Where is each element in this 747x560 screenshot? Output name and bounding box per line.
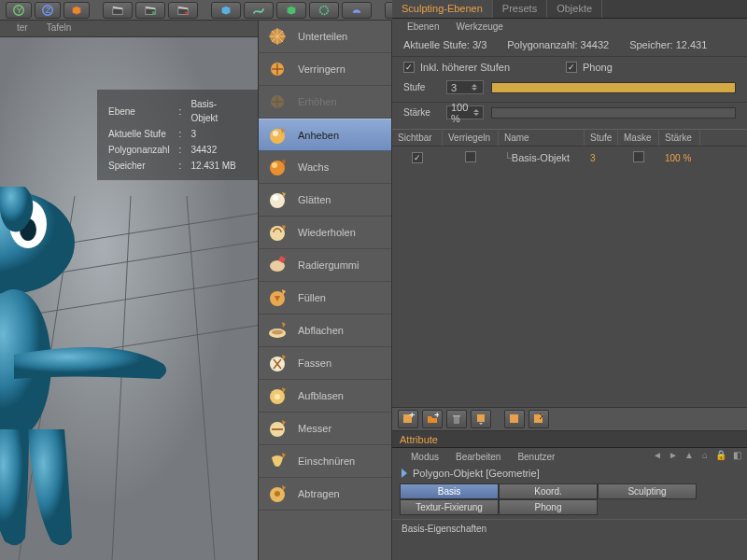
svg-text:+: +	[434, 413, 439, 420]
attr-bearbeiten[interactable]: Bearbeiten	[456, 452, 500, 462]
pbtn-basis[interactable]: Basis	[400, 483, 499, 499]
svg-rect-58	[477, 414, 485, 422]
svg-point-38	[272, 162, 277, 168]
stufe-slider[interactable]	[491, 82, 736, 93]
merge-down-button[interactable]	[471, 410, 491, 428]
staerke-label: Stärke	[403, 107, 439, 118]
pbtn-sculpting[interactable]: Sculpting	[598, 483, 697, 499]
svg-point-36	[273, 131, 278, 136]
attr-benutzer[interactable]: Benutzer	[517, 452, 555, 462]
add-layer-button[interactable]: +	[398, 410, 418, 428]
nav-pin-icon[interactable]: ◧	[730, 450, 743, 463]
triangle-icon	[402, 469, 407, 478]
svg-text:Y: Y	[16, 4, 22, 14]
nav-next-icon[interactable]: ►	[667, 450, 680, 463]
svg-point-46	[272, 330, 283, 335]
clapper2-button[interactable]	[135, 2, 165, 19]
svg-point-49	[275, 394, 280, 399]
tab-objekte[interactable]: Objekte	[547, 0, 602, 18]
attr-modus[interactable]: Modus	[411, 452, 439, 462]
right-subtabs: Ebenen Werkzeuge	[392, 19, 747, 35]
tool-anheben[interactable]: Anheben	[259, 119, 391, 151]
lock-checkbox[interactable]	[465, 151, 476, 162]
staerke-field[interactable]: 100 %	[446, 105, 484, 119]
section-basis-eigenschaften: Basis-Eigenschaften	[392, 519, 747, 538]
object-row[interactable]: Polygon-Objekt [Geometrie]	[392, 465, 747, 482]
axis-z-button[interactable]: Z	[35, 2, 61, 19]
visible-checkbox[interactable]: ✓	[412, 152, 423, 163]
tool-icon	[266, 91, 289, 113]
tool-einschnüren[interactable]: Einschnüren	[259, 445, 391, 478]
character-mesh	[0, 187, 168, 560]
prim-cube-button[interactable]	[211, 2, 241, 19]
clapper3-button[interactable]	[168, 2, 198, 19]
svg-point-40	[273, 195, 278, 201]
delete-button[interactable]	[446, 410, 467, 428]
toggle2-button[interactable]	[529, 410, 549, 428]
nav-home-icon[interactable]: ⌂	[698, 450, 712, 463]
tool-abflachen[interactable]: Abflachen	[259, 315, 391, 347]
axis-y-button[interactable]: Y	[6, 2, 32, 19]
tool-abtragen[interactable]: Abtragen	[259, 478, 391, 511]
tool-radiergummi[interactable]: Radiergummi	[259, 249, 391, 282]
attribute-panel: Attribute Modus Bearbeiten Benutzer ◄ ► …	[392, 431, 747, 560]
chk-phong[interactable]: ✓Phong	[566, 62, 613, 73]
tool-messer[interactable]: Messer	[259, 413, 391, 445]
staerke-slider[interactable]	[491, 107, 736, 119]
tool-wiederholen[interactable]: Wiederholen	[259, 217, 391, 249]
chk-inkl-stufen[interactable]: ✓Inkl. höherer Stufen	[403, 62, 510, 73]
svg-rect-4	[113, 8, 123, 14]
tab-presets[interactable]: Presets	[493, 0, 547, 18]
toggle1-button[interactable]	[504, 410, 525, 428]
svg-point-37	[270, 161, 285, 175]
subtab-ebenen[interactable]: Ebenen	[407, 19, 439, 35]
svg-point-9	[320, 6, 329, 14]
pbtn-phong[interactable]: Phong	[499, 499, 598, 515]
tab-sculpting-ebenen[interactable]: Sculpting-Ebenen	[392, 0, 493, 18]
tool-erhöhen[interactable]: Erhöhen	[259, 86, 391, 119]
stufe-label: Stufe	[403, 82, 439, 92]
prim-spline-button[interactable]	[244, 2, 274, 19]
layer-iconbar: + +	[392, 407, 747, 431]
cube-button[interactable]	[63, 2, 90, 19]
tool-icon	[266, 483, 289, 505]
prim-generator-button[interactable]	[276, 2, 306, 19]
tool-icon	[266, 156, 289, 178]
tool-glätten[interactable]: Glätten	[259, 184, 391, 217]
mask-checkbox[interactable]	[633, 151, 644, 162]
subtab-werkzeuge[interactable]: Werkzeuge	[456, 19, 502, 35]
pbtn-textur[interactable]: Textur-Fixierung	[400, 499, 499, 515]
attr-button-grid: Basis Koord. Sculpting Textur-Fixierung …	[392, 482, 747, 517]
right-panel: Sculpting-Ebenen Presets Objekte Ebenen …	[392, 0, 747, 560]
tool-fassen[interactable]: Fassen	[259, 347, 391, 380]
layer-table-head: Sichtbar Verriegeln Name Stufe Maske Stä…	[392, 129, 747, 147]
tool-verringern[interactable]: Verringern	[259, 53, 391, 86]
svg-point-8	[185, 10, 189, 14]
svg-point-6	[152, 10, 156, 14]
stufe-field[interactable]: 3	[446, 80, 484, 94]
viewport-overlay: Ebene:Basis-Objekt Aktuelle Stufe:3 Poly…	[97, 90, 258, 180]
viewport[interactable]: Ebene:Basis-Objekt Aktuelle Stufe:3 Poly…	[0, 37, 258, 560]
sculpt-tool-list: UnterteilenVerringernErhöhenAnhebenWachs…	[258, 21, 392, 560]
tool-unterteilen[interactable]: Unterteilen	[259, 21, 391, 53]
tool-füllen[interactable]: Füllen	[259, 282, 391, 315]
svg-text:+: +	[409, 413, 415, 420]
tool-icon	[266, 352, 289, 374]
layer-row-basis[interactable]: ✓ └Basis-Objekt 3 100 %	[392, 147, 747, 169]
tool-wachs[interactable]: Wachs	[259, 151, 391, 184]
tool-icon	[266, 417, 289, 440]
tab-ter[interactable]: ter	[7, 21, 37, 36]
nav-prev-icon[interactable]: ◄	[651, 450, 664, 463]
add-folder-button[interactable]: +	[422, 410, 443, 428]
pbtn-koord[interactable]: Koord.	[499, 483, 598, 499]
nav-lock-icon[interactable]: 🔒	[714, 450, 727, 463]
prim-deformer-button[interactable]	[309, 2, 339, 19]
svg-rect-59	[510, 414, 518, 423]
prim-env-button[interactable]	[342, 2, 372, 19]
tool-icon	[266, 450, 289, 472]
svg-text:Z: Z	[45, 4, 50, 14]
nav-up-icon[interactable]: ▲	[683, 450, 696, 463]
tool-aufblasen[interactable]: Aufblasen	[259, 380, 391, 413]
tab-tafeln[interactable]: Tafeln	[37, 21, 81, 36]
clapper1-button[interactable]	[103, 2, 133, 19]
